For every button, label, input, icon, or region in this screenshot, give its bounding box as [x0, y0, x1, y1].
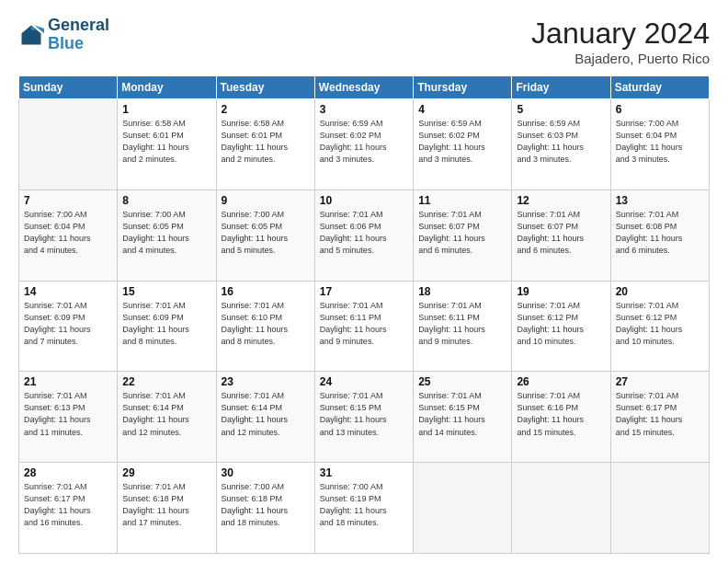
weekday-header-friday: Friday	[512, 76, 610, 99]
day-number: 9	[222, 194, 311, 207]
logo-text: General Blue	[48, 17, 109, 53]
calendar-cell: 12Sunrise: 7:01 AM Sunset: 6:07 PM Dayli…	[512, 190, 610, 281]
day-info: Sunrise: 7:01 AM Sunset: 6:14 PM Dayligh…	[222, 390, 311, 438]
day-info: Sunrise: 7:01 AM Sunset: 6:11 PM Dayligh…	[418, 300, 507, 348]
day-info: Sunrise: 7:01 AM Sunset: 6:09 PM Dayligh…	[122, 300, 211, 348]
day-info: Sunrise: 6:59 AM Sunset: 6:03 PM Dayligh…	[517, 118, 606, 166]
day-number: 25	[418, 375, 507, 388]
day-number: 3	[320, 103, 409, 116]
calendar-cell: 27Sunrise: 7:01 AM Sunset: 6:17 PM Dayli…	[610, 372, 709, 463]
calendar-cell: 6Sunrise: 7:00 AM Sunset: 6:04 PM Daylig…	[610, 99, 709, 190]
calendar-week-row: 7Sunrise: 7:00 AM Sunset: 6:04 PM Daylig…	[19, 190, 710, 281]
day-info: Sunrise: 7:01 AM Sunset: 6:07 PM Dayligh…	[418, 209, 507, 257]
calendar-cell: 2Sunrise: 6:58 AM Sunset: 6:01 PM Daylig…	[216, 99, 314, 190]
calendar-cell: 23Sunrise: 7:01 AM Sunset: 6:14 PM Dayli…	[216, 372, 314, 463]
calendar-cell: 5Sunrise: 6:59 AM Sunset: 6:03 PM Daylig…	[512, 99, 610, 190]
logo-icon	[18, 22, 44, 48]
calendar-cell: 17Sunrise: 7:01 AM Sunset: 6:11 PM Dayli…	[314, 281, 413, 372]
calendar-cell	[512, 463, 610, 554]
calendar-cell: 31Sunrise: 7:00 AM Sunset: 6:19 PM Dayli…	[314, 463, 413, 554]
day-number: 13	[616, 194, 705, 207]
calendar-cell: 9Sunrise: 7:00 AM Sunset: 6:05 PM Daylig…	[216, 190, 314, 281]
day-info: Sunrise: 6:58 AM Sunset: 6:01 PM Dayligh…	[122, 118, 211, 166]
day-number: 22	[122, 375, 211, 388]
day-number: 2	[222, 103, 311, 116]
day-info: Sunrise: 7:01 AM Sunset: 6:17 PM Dayligh…	[616, 390, 705, 438]
calendar-header-row: SundayMondayTuesdayWednesdayThursdayFrid…	[19, 76, 710, 99]
calendar-week-row: 28Sunrise: 7:01 AM Sunset: 6:17 PM Dayli…	[19, 463, 710, 554]
day-info: Sunrise: 7:00 AM Sunset: 6:18 PM Dayligh…	[222, 481, 311, 529]
day-info: Sunrise: 7:00 AM Sunset: 6:05 PM Dayligh…	[122, 209, 211, 257]
day-number: 18	[418, 285, 507, 298]
day-info: Sunrise: 7:01 AM Sunset: 6:07 PM Dayligh…	[517, 209, 606, 257]
day-number: 6	[616, 103, 705, 116]
calendar-cell: 1Sunrise: 6:58 AM Sunset: 6:01 PM Daylig…	[118, 99, 216, 190]
day-number: 1	[122, 103, 211, 116]
day-info: Sunrise: 7:01 AM Sunset: 6:08 PM Dayligh…	[616, 209, 705, 257]
calendar-cell: 16Sunrise: 7:01 AM Sunset: 6:10 PM Dayli…	[216, 281, 314, 372]
calendar-cell: 28Sunrise: 7:01 AM Sunset: 6:17 PM Dayli…	[19, 463, 118, 554]
day-info: Sunrise: 7:00 AM Sunset: 6:04 PM Dayligh…	[616, 118, 705, 166]
day-number: 16	[222, 285, 311, 298]
calendar-week-row: 14Sunrise: 7:01 AM Sunset: 6:09 PM Dayli…	[19, 281, 710, 372]
day-info: Sunrise: 7:01 AM Sunset: 6:18 PM Dayligh…	[122, 481, 211, 529]
day-number: 21	[24, 375, 113, 388]
day-number: 23	[222, 375, 311, 388]
logo: General Blue	[18, 17, 109, 53]
calendar-cell: 13Sunrise: 7:01 AM Sunset: 6:08 PM Dayli…	[610, 190, 709, 281]
day-info: Sunrise: 6:59 AM Sunset: 6:02 PM Dayligh…	[320, 118, 409, 166]
day-info: Sunrise: 7:00 AM Sunset: 6:04 PM Dayligh…	[24, 209, 113, 257]
day-info: Sunrise: 6:58 AM Sunset: 6:01 PM Dayligh…	[222, 118, 311, 166]
day-info: Sunrise: 7:01 AM Sunset: 6:12 PM Dayligh…	[517, 300, 606, 348]
calendar-cell: 29Sunrise: 7:01 AM Sunset: 6:18 PM Dayli…	[118, 463, 216, 554]
header: General Blue January 2024 Bajadero, Puer…	[18, 17, 710, 66]
day-number: 26	[517, 375, 606, 388]
day-number: 24	[320, 375, 409, 388]
calendar-cell: 19Sunrise: 7:01 AM Sunset: 6:12 PM Dayli…	[512, 281, 610, 372]
calendar-cell: 4Sunrise: 6:59 AM Sunset: 6:02 PM Daylig…	[414, 99, 512, 190]
weekday-header-tuesday: Tuesday	[216, 76, 314, 99]
weekday-header-sunday: Sunday	[19, 76, 118, 99]
day-info: Sunrise: 7:01 AM Sunset: 6:15 PM Dayligh…	[320, 390, 409, 438]
day-info: Sunrise: 6:59 AM Sunset: 6:02 PM Dayligh…	[418, 118, 507, 166]
calendar-cell: 8Sunrise: 7:00 AM Sunset: 6:05 PM Daylig…	[118, 190, 216, 281]
logo-line2: Blue	[48, 35, 109, 53]
day-info: Sunrise: 7:01 AM Sunset: 6:17 PM Dayligh…	[24, 481, 113, 529]
day-number: 19	[517, 285, 606, 298]
day-number: 5	[517, 103, 606, 116]
calendar-cell: 18Sunrise: 7:01 AM Sunset: 6:11 PM Dayli…	[414, 281, 512, 372]
day-info: Sunrise: 7:01 AM Sunset: 6:15 PM Dayligh…	[418, 390, 507, 438]
day-number: 15	[122, 285, 211, 298]
day-number: 31	[320, 466, 409, 479]
day-info: Sunrise: 7:01 AM Sunset: 6:13 PM Dayligh…	[24, 390, 113, 438]
day-number: 29	[122, 466, 211, 479]
day-info: Sunrise: 7:01 AM Sunset: 6:14 PM Dayligh…	[122, 390, 211, 438]
calendar-cell: 10Sunrise: 7:01 AM Sunset: 6:06 PM Dayli…	[314, 190, 413, 281]
calendar-cell: 30Sunrise: 7:00 AM Sunset: 6:18 PM Dayli…	[216, 463, 314, 554]
calendar-cell	[610, 463, 709, 554]
calendar-cell	[19, 99, 118, 190]
calendar-cell: 11Sunrise: 7:01 AM Sunset: 6:07 PM Dayli…	[414, 190, 512, 281]
calendar-cell: 7Sunrise: 7:00 AM Sunset: 6:04 PM Daylig…	[19, 190, 118, 281]
day-info: Sunrise: 7:01 AM Sunset: 6:09 PM Dayligh…	[24, 300, 113, 348]
calendar-cell: 25Sunrise: 7:01 AM Sunset: 6:15 PM Dayli…	[414, 372, 512, 463]
day-number: 10	[320, 194, 409, 207]
day-info: Sunrise: 7:00 AM Sunset: 6:19 PM Dayligh…	[320, 481, 409, 529]
calendar-cell: 24Sunrise: 7:01 AM Sunset: 6:15 PM Dayli…	[314, 372, 413, 463]
day-info: Sunrise: 7:01 AM Sunset: 6:06 PM Dayligh…	[320, 209, 409, 257]
day-number: 7	[24, 194, 113, 207]
calendar-table: SundayMondayTuesdayWednesdayThursdayFrid…	[18, 75, 710, 554]
day-info: Sunrise: 7:01 AM Sunset: 6:12 PM Dayligh…	[616, 300, 705, 348]
day-number: 14	[24, 285, 113, 298]
day-number: 30	[222, 466, 311, 479]
day-number: 17	[320, 285, 409, 298]
day-number: 11	[418, 194, 507, 207]
calendar-week-row: 1Sunrise: 6:58 AM Sunset: 6:01 PM Daylig…	[19, 99, 710, 190]
logo-line1: General	[48, 17, 109, 35]
day-number: 12	[517, 194, 606, 207]
calendar-cell: 21Sunrise: 7:01 AM Sunset: 6:13 PM Dayli…	[19, 372, 118, 463]
day-info: Sunrise: 7:01 AM Sunset: 6:16 PM Dayligh…	[517, 390, 606, 438]
day-number: 8	[122, 194, 211, 207]
page: General Blue January 2024 Bajadero, Puer…	[0, 0, 728, 563]
weekday-header-wednesday: Wednesday	[314, 76, 413, 99]
